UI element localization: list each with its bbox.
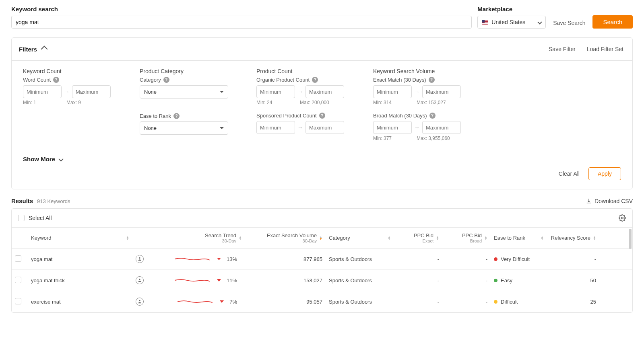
scrollbar-thumb[interactable] [629,229,632,249]
download-csv-button[interactable]: Download CSV [586,198,633,204]
trend-down-icon [220,300,224,303]
exact-min-input[interactable] [373,85,412,98]
select-all-checkbox[interactable] [18,215,25,221]
cell-ppc-exact: - [394,292,442,311]
svg-point-0 [621,217,623,219]
col-ppc-exact[interactable]: PPC Bid Exact ▲▼ [394,228,442,248]
row-action-icon[interactable] [136,276,144,284]
col-search-trend[interactable]: Search Trend 30-Day ▲▼ [149,228,245,248]
cell-volume: 95,057 [245,292,326,311]
filters-title: Filters [19,46,37,53]
svg-point-1 [139,257,140,259]
chevron-down-icon [538,20,542,24]
arrow-right-icon: → [414,124,420,131]
trend-pct: 13% [227,256,237,262]
col-keyword[interactable]: Keyword ▲▼ [28,228,132,248]
clear-all-button[interactable]: Clear All [557,168,581,179]
dropdown-icon [220,127,224,129]
help-icon[interactable]: ? [312,77,318,83]
sponsored-max-input[interactable] [305,121,344,134]
marketplace-select[interactable]: United States [477,16,546,29]
help-icon[interactable]: ? [173,113,180,119]
cell-relevancy: - [547,250,599,269]
cell-relevancy: 50 [547,271,599,290]
broad-min-input[interactable] [373,121,412,134]
help-icon[interactable]: ? [319,113,325,119]
select-all-label: Select All [29,215,52,221]
arrow-right-icon: → [414,88,420,95]
help-icon[interactable]: ? [53,77,59,83]
search-button[interactable]: Search [592,15,633,29]
table-row: yoga mat thick 11% 153,027 Sports & Outd… [12,270,632,291]
results-table: Select All Keyword ▲▼ Search Trend 30-Da… [11,208,633,313]
cell-trend: 7% [149,292,245,312]
download-icon [586,198,592,204]
help-icon[interactable]: ? [163,77,169,83]
row-checkbox[interactable] [15,298,21,304]
sort-icon: ▲▼ [541,236,544,240]
show-more-label: Show More [23,156,55,162]
row-checkbox[interactable] [15,277,21,283]
sponsored-min-input[interactable] [256,121,295,134]
save-search-button[interactable]: Save Search [551,17,587,29]
col-category[interactable]: Category ▲▼ [326,228,394,248]
broad-max-input[interactable] [422,121,461,134]
marketplace-value: United States [491,19,525,25]
organic-product-count-label: Organic Product Count [256,77,310,83]
download-csv-label: Download CSV [594,198,633,204]
apply-button[interactable]: Apply [588,167,621,180]
col-ppc-broad[interactable]: PPC Bid Broad ▲▼ [442,228,491,248]
cell-keyword: yoga mat thick [28,271,132,290]
row-action-icon[interactable] [136,255,144,263]
sparkline-icon [173,255,211,263]
cell-volume: 877,965 [245,250,326,269]
filters-toggle[interactable]: Filters [19,46,47,53]
show-more-toggle[interactable]: Show More [19,152,621,166]
col-ease[interactable]: Ease to Rank ▲▼ [491,228,547,248]
organic-min-input[interactable] [256,85,295,98]
svg-point-3 [139,300,140,301]
cell-trend: 11% [149,270,245,290]
trend-down-icon [217,258,221,260]
sort-icon: ▲▼ [319,236,322,240]
svg-point-2 [139,279,140,280]
word-count-max-input[interactable] [72,85,111,98]
chevron-down-icon [58,156,64,162]
save-filter-button[interactable]: Save Filter [547,43,577,55]
organic-max-input[interactable] [305,85,344,98]
broad-match-label: Broad Match (30 Days) [373,113,427,119]
cell-relevancy: 25 [547,292,599,311]
table-row: yoga mat 13% 877,965 Sports & Outdoors -… [12,249,632,270]
exact-max-input[interactable] [422,85,461,98]
word-count-label: Word Count [23,77,51,83]
col-relevancy[interactable]: Relevancy Score ▲▼ [547,228,599,248]
help-icon[interactable]: ? [429,113,436,119]
cell-ppc-broad: - [442,292,491,311]
cell-ppc-exact: - [394,250,442,269]
organic-min-hint: Min: 24 [256,100,297,105]
marketplace-label: Marketplace [477,6,546,12]
word-count-min-input[interactable] [23,85,62,98]
cell-ease: Very Difficult [491,250,547,269]
search-volume-title: Keyword Search Volume [373,68,490,74]
ease-dot-icon [494,300,497,304]
category-select[interactable]: None [140,85,228,99]
us-flag-icon [482,20,488,25]
load-filter-set-button[interactable]: Load Filter Set [585,43,625,55]
filters-panel: Filters Save Filter Load Filter Set Keyw… [11,37,633,189]
cell-ppc-exact: - [394,271,442,290]
dropdown-icon [220,91,224,93]
cell-keyword: exercise mat [28,292,132,311]
col-exact-volume[interactable]: Exact Search Volume 30-Day ▲▼ [245,228,326,248]
row-checkbox[interactable] [15,255,21,262]
help-icon[interactable]: ? [429,77,435,83]
row-action-icon[interactable] [136,298,144,306]
category-value: None [144,89,157,95]
sort-icon: ▲▼ [484,236,487,240]
arrow-right-icon: → [297,124,303,131]
cell-ppc-broad: - [442,250,491,269]
ease-to-rank-select[interactable]: None [140,121,228,135]
exact-match-label: Exact Match (30 Days) [373,77,426,83]
gear-icon[interactable] [619,214,626,222]
keyword-search-input[interactable] [11,16,472,29]
